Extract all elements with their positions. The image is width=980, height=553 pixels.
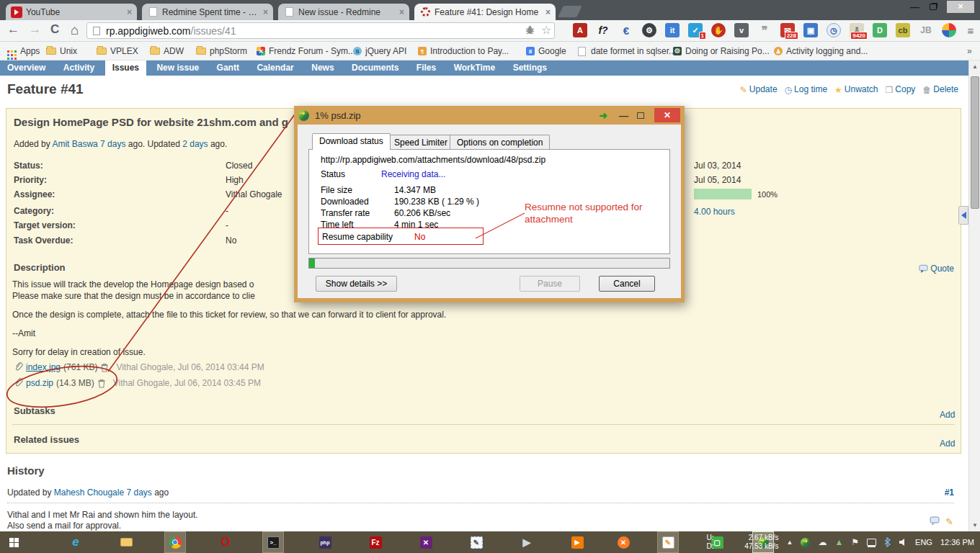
cancel-button[interactable]: Cancel [599, 276, 655, 292]
author-link[interactable]: Amit Baswa [52, 139, 97, 149]
unwatch-link[interactable]: ★Unwatch [834, 84, 878, 95]
network-icon[interactable] [867, 539, 876, 546]
volume-icon[interactable] [899, 538, 907, 547]
taskbar-opera[interactable]: O [215, 531, 236, 553]
stop-hand-extension-icon[interactable]: ✋ [711, 23, 726, 37]
comment-quote-icon[interactable] [930, 516, 940, 525]
taskbar-explorer[interactable] [115, 531, 137, 553]
start-button[interactable] [3, 531, 24, 553]
taskbar-chrome[interactable] [164, 531, 186, 553]
nav-worktime[interactable]: WorkTime [447, 60, 503, 76]
delete-attachment-icon[interactable] [97, 379, 106, 388]
copy-link[interactable]: ❐Copy [886, 84, 916, 95]
dialog-maximize-button[interactable] [637, 112, 644, 119]
bookmark-folder-vplex[interactable]: VPLEX [97, 45, 138, 58]
quote-link[interactable]: Quote [919, 264, 954, 274]
taskbar-snipping-tool[interactable]: ✎ [466, 531, 487, 553]
scroll-down-icon[interactable]: ▼ [969, 522, 980, 529]
bluetooth-icon[interactable] [884, 537, 891, 547]
assignee-value[interactable]: Vithal Ghogale [226, 189, 282, 199]
bug-icon[interactable] [525, 24, 535, 38]
nav-documents[interactable]: Documents [344, 60, 406, 76]
update-link[interactable]: ✎Update [740, 84, 778, 95]
menu-icon[interactable]: ≡ [963, 23, 978, 37]
new-tab-button[interactable] [558, 6, 582, 17]
taskbar-cmd[interactable]: >_ [262, 531, 284, 553]
scroll-up-icon[interactable]: ▲ [969, 63, 980, 70]
bookmark-google[interactable]: 8Google [526, 45, 566, 58]
show-details-button[interactable]: Show details >> [316, 276, 397, 292]
pushbullet-extension-icon[interactable]: D [873, 23, 887, 37]
tasks-extension-icon[interactable]: ✓1 [688, 23, 703, 37]
tab-redmine-spent-time[interactable]: Redmine Spent time - Plu × [142, 4, 273, 20]
dialog-minimize-button[interactable]: — [619, 110, 628, 121]
bookmark-date-formet[interactable]: date formet in sqlser... [576, 45, 676, 58]
nav-settings[interactable]: Settings [506, 60, 554, 76]
spent-time-link[interactable]: 4.00 hours [694, 207, 735, 217]
tab-speed-limiter[interactable]: Speed Limiter [387, 135, 455, 150]
speed-extension-icon[interactable]: ⇩9420 [850, 23, 864, 37]
tab-youtube[interactable]: YouTube × [6, 4, 137, 20]
taskbar-ie[interactable]: e [65, 531, 86, 553]
log-time-link[interactable]: ◷Log time [785, 84, 828, 95]
nav-gantt[interactable]: Gantt [210, 60, 246, 76]
font-finder-extension-icon[interactable]: f? [596, 23, 610, 37]
idm-tray-icon[interactable] [801, 538, 810, 547]
forward-icon[interactable]: → [29, 22, 41, 37]
tab-close-icon[interactable]: × [127, 7, 132, 17]
currency-extension-icon[interactable]: € [619, 23, 633, 37]
bookmark-jquery-api[interactable]: SjQuery API [353, 45, 406, 58]
age-link[interactable]: 7 days [100, 139, 125, 149]
idm-side-panel-tab[interactable] [958, 206, 968, 225]
nav-news[interactable]: News [304, 60, 341, 76]
mail-extension-icon[interactable]: ✉228 [780, 23, 795, 37]
bookmark-introduction-pay[interactable]: ¶Introduction to Pay... [418, 45, 509, 58]
taskbar-notepad[interactable]: ✎ [657, 531, 679, 553]
history-author-link[interactable]: Mahesh Chougale [54, 487, 124, 498]
bookmark-frendz-forum[interactable]: ✕Frendz Forum - Sym... [257, 45, 355, 58]
nav-files[interactable]: Files [409, 60, 443, 76]
attachment-link[interactable]: psd.zip [26, 378, 53, 388]
taskbar-filezilla[interactable]: Fz [365, 531, 386, 553]
tab-download-status[interactable]: Download status [312, 133, 391, 150]
dialog-close-button[interactable]: ✕ [654, 108, 680, 122]
action-center-flag-icon[interactable]: ⚑ [851, 537, 859, 547]
history-anchor-link[interactable]: #1 [945, 487, 954, 498]
tab-close-icon[interactable]: × [545, 7, 551, 17]
page-scrollbar[interactable]: ▲ ▼ [968, 60, 980, 531]
taskbar-media-player[interactable]: ▶ [516, 531, 538, 553]
window-close-button[interactable]: × [947, 1, 974, 13]
bookmark-folder-phpstorm[interactable]: phpStorm [196, 45, 247, 58]
home-icon[interactable]: ⌂ [71, 22, 79, 38]
bookmark-apps[interactable]: Apps [6, 45, 40, 58]
gear-extension-icon[interactable]: ⚙ [642, 23, 656, 37]
bookmark-folder-unix[interactable]: Unix [46, 45, 77, 58]
bookmark-folder-adw[interactable]: ADW [150, 45, 184, 58]
nav-overview[interactable]: Overview [0, 60, 53, 76]
nav-calendar[interactable]: Calendar [249, 60, 300, 76]
nav-issues[interactable]: Issues [105, 60, 146, 76]
edit-comment-pencil-icon[interactable]: ✎ [945, 516, 953, 527]
clock-extension-icon[interactable]: ◷ [827, 23, 841, 37]
taskbar-orange-player[interactable]: ▶ [566, 531, 588, 553]
window-minimize-button[interactable]: — [910, 1, 919, 12]
address-bar[interactable]: rp.appdigiweb.com /issues/41 [86, 22, 555, 39]
tab-new-issue[interactable]: New issue - Redmine × [278, 4, 409, 20]
jb-extension-icon[interactable]: JB [919, 23, 933, 37]
tab-close-icon[interactable]: × [399, 7, 404, 17]
lens-extension-icon[interactable] [942, 23, 956, 37]
bookmarks-overflow-chevron[interactable]: » [967, 45, 972, 58]
clock-time[interactable]: 12:36 PM [940, 538, 974, 547]
tab-options-on-completion[interactable]: Options on completion [450, 135, 550, 150]
taskbar-xampp[interactable]: ✕ [612, 531, 634, 553]
delete-link[interactable]: 🗑Delete [922, 84, 958, 95]
language-indicator[interactable]: ENG [915, 538, 932, 547]
dialog-title-bar[interactable]: 1% psd.zip ➜ — ✕ [294, 106, 685, 125]
scrollbar-thumb[interactable] [971, 76, 979, 209]
add-related-issue-link[interactable]: Add [940, 439, 955, 449]
windows-extension-icon[interactable]: ▣ [803, 23, 818, 37]
delete-attachment-icon[interactable] [100, 363, 109, 372]
quote-extension-icon[interactable]: ❞ [757, 23, 772, 37]
dictionary-extension-icon[interactable]: A [573, 23, 587, 37]
tab-close-icon[interactable]: × [263, 7, 268, 17]
